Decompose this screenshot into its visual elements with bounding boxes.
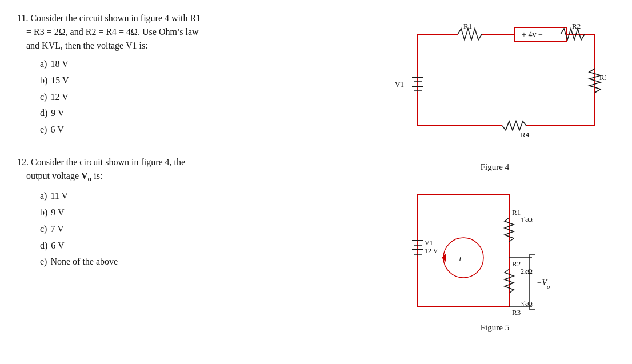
q11-option-e: e) 6 V	[40, 122, 363, 138]
q11-option-e-label: e)	[40, 122, 47, 138]
q12-option-b: b) 9 V	[40, 205, 363, 221]
q11-option-c: c) 12 V	[40, 89, 363, 106]
q11-line3: and KVL, then the voltage V1 is:	[17, 41, 148, 50]
q11-line2: = R3 = 2Ω, and R2 = R4 = 4Ω. Use Ohm’s l…	[17, 27, 199, 37]
q11-option-d-label: d)	[40, 105, 47, 122]
q11-option-a: a) 18 V	[40, 56, 363, 73]
q12-option-b-value: 9 V	[51, 205, 64, 221]
q11-option-a-label: a)	[40, 56, 47, 73]
v1-label-fig4: V1	[395, 80, 404, 89]
q11-option-b-value: 15 V	[51, 73, 69, 89]
left-panel: 11. Consider the circuit shown in figure…	[17, 11, 375, 353]
q11-option-d-value: 9 V	[51, 105, 64, 122]
svg-point-18	[443, 238, 483, 278]
r1-label-fig5: R1	[512, 208, 521, 217]
figure5-label: Figure 5	[481, 323, 509, 333]
question-12: 12. Consider the circuit shown in figure…	[17, 155, 363, 270]
figure4-container: R1 + 4v − R2 R3 R4	[383, 11, 606, 172]
figure5-svg: V1 12 V I R1 1kΩ R2 2kΩ R3 3k	[395, 183, 595, 321]
q12-options: a) 11 V b) 9 V c) 7 V d) 6 V e) None of …	[40, 188, 363, 270]
figure4-label: Figure 4	[481, 162, 509, 172]
q12-option-d-label: d)	[40, 238, 47, 254]
q11-option-a-value: 18 V	[50, 56, 68, 73]
q11-option-d: d) 9 V	[40, 105, 363, 122]
q12-option-c: c) 7 V	[40, 221, 363, 238]
r3-label-fig5: R3	[512, 308, 521, 317]
q12-option-e-label: e)	[40, 254, 47, 270]
q12-option-c-label: c)	[40, 221, 47, 238]
right-panel: R1 + 4v − R2 R3 R4	[375, 11, 615, 353]
q11-text: 11. Consider the circuit shown in figure…	[17, 11, 363, 53]
figure5-container: V1 12 V I R1 1kΩ R2 2kΩ R3 3k	[395, 183, 595, 333]
q12-line2: output voltage Vo is:	[17, 171, 102, 181]
figure4-svg: R1 + 4v − R2 R3 R4	[383, 11, 606, 160]
q12-option-e: e) None of the above	[40, 254, 363, 270]
r2-label-fig5: R2	[512, 259, 521, 268]
r2-label: R2	[572, 22, 581, 30]
vo-label: −Vo	[537, 278, 550, 290]
r3-label: R3	[599, 73, 606, 82]
question-11: 11. Consider the circuit shown in figure…	[17, 11, 363, 138]
v1-label-fig5: V1	[425, 239, 433, 247]
v4-label: + 4v −	[522, 30, 543, 39]
q12-option-d: d) 6 V	[40, 238, 363, 254]
r4-label: R4	[521, 130, 530, 139]
q12-option-a: a) 11 V	[40, 188, 363, 205]
q12-option-d-value: 6 V	[51, 238, 64, 254]
r2-value-fig5: 2kΩ	[521, 267, 533, 275]
q12-number: 12. Consider the circuit shown in figure…	[17, 157, 185, 167]
r3-value-fig5: 3kΩ	[521, 300, 533, 308]
q11-number: 11. Consider the circuit shown in figure…	[17, 13, 201, 23]
q12-option-a-label: a)	[40, 188, 47, 205]
q11-option-e-value: 6 V	[50, 122, 63, 138]
q11-option-b-label: b)	[40, 73, 47, 89]
q11-option-c-label: c)	[40, 89, 47, 106]
q11-option-b: b) 15 V	[40, 73, 363, 89]
q12-text: 12. Consider the circuit shown in figure…	[17, 155, 363, 185]
q12-option-e-value: None of the above	[50, 254, 118, 270]
q11-option-c-value: 12 V	[50, 89, 68, 106]
current-i-label: I	[458, 254, 462, 263]
q12-option-b-label: b)	[40, 205, 47, 221]
q11-options: a) 18 V b) 15 V c) 12 V d) 9 V e) 6 V	[40, 56, 363, 138]
r1-value-fig5: 1kΩ	[521, 216, 533, 224]
v1-value-fig5: 12 V	[425, 247, 438, 255]
q12-option-c-value: 7 V	[50, 221, 63, 238]
q12-option-a-value: 11 V	[50, 188, 68, 205]
